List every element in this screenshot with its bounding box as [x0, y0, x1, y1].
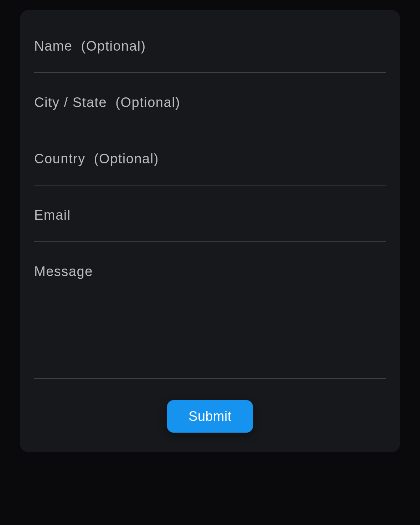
email-field[interactable]	[34, 201, 386, 242]
contact-form-card: Submit	[20, 10, 400, 452]
country-field[interactable]	[34, 145, 386, 185]
message-field[interactable]	[34, 258, 386, 379]
submit-wrap: Submit	[34, 400, 386, 433]
name-field[interactable]	[34, 32, 386, 73]
city-state-field[interactable]	[34, 88, 386, 129]
submit-button[interactable]: Submit	[167, 400, 253, 433]
